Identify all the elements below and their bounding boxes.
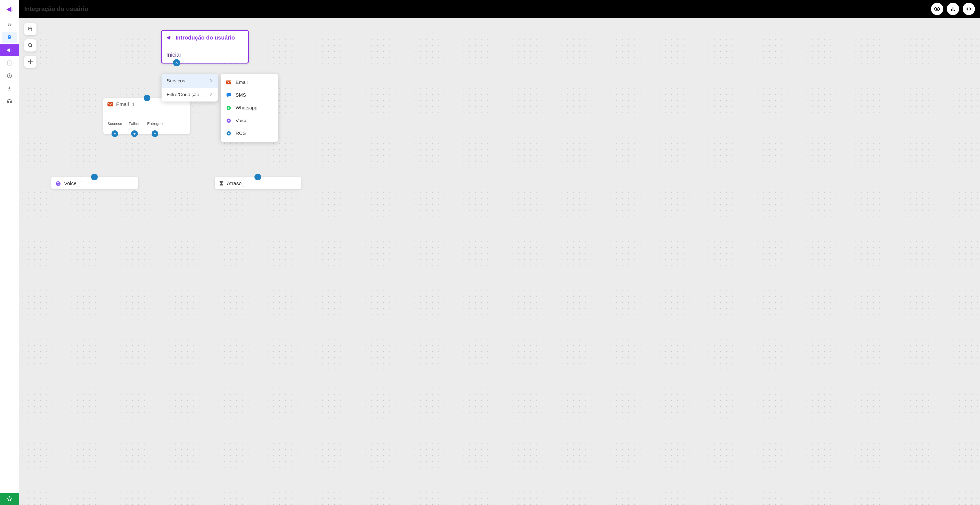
header: Integração do usuário <box>19 0 980 18</box>
submenu-item-voice[interactable]: Voice <box>221 114 278 127</box>
voice-icon <box>226 118 231 123</box>
add-branch-button[interactable] <box>151 130 158 137</box>
sidebar-item-alert[interactable] <box>2 70 17 82</box>
bar-chart-icon <box>950 6 956 12</box>
submenu-item-label: Email <box>235 79 248 85</box>
email-node-title: Email_1 <box>116 102 135 107</box>
email-node[interactable]: Email_1 Sucesso Falhou <box>103 98 190 134</box>
email-icon <box>107 102 113 107</box>
plus-icon <box>133 132 136 135</box>
flow-canvas[interactable]: Introdução do usuário Iniciar Email_1 Su… <box>19 18 980 505</box>
voice-node[interactable]: Voice_1 <box>51 177 138 189</box>
fit-button[interactable] <box>24 56 37 68</box>
plus-icon <box>113 132 116 135</box>
plus-icon <box>153 132 156 135</box>
svg-point-13 <box>228 120 230 122</box>
zoom-out-button[interactable] <box>24 39 37 51</box>
sidebar <box>0 0 19 505</box>
svg-point-11 <box>227 106 231 110</box>
intro-node-close-button[interactable] <box>173 59 180 66</box>
voice-node-title: Voice_1 <box>64 181 82 186</box>
zoom-in-button[interactable] <box>24 23 37 35</box>
node-inlet-port[interactable] <box>144 95 150 101</box>
zoom-in-icon <box>27 26 33 32</box>
chevron-right-icon <box>210 92 213 97</box>
outcome-failed: Falhou <box>129 121 141 134</box>
chevron-double-right-icon <box>6 22 12 27</box>
svg-rect-15 <box>228 133 230 134</box>
email-node-outcomes: Sucesso Falhou Entregue <box>103 111 190 134</box>
menu-item-services[interactable]: Serviços <box>162 74 218 88</box>
document-icon <box>6 60 12 66</box>
submenu-item-rcs[interactable]: RCS <box>221 127 278 140</box>
page-title: Integração do usuário <box>24 5 88 13</box>
rcs-icon <box>226 131 231 136</box>
sidebar-item-launch[interactable] <box>2 32 17 43</box>
submenu-item-label: Voice <box>235 118 247 124</box>
svg-point-3 <box>936 8 938 10</box>
add-branch-button[interactable] <box>131 130 138 137</box>
sidebar-star-button[interactable] <box>0 493 19 505</box>
email-icon <box>226 80 231 84</box>
services-submenu: Email SMS Whatsapp <box>221 74 278 142</box>
svg-point-2 <box>9 76 10 77</box>
megaphone-icon <box>6 47 13 53</box>
sidebar-item-campaign[interactable] <box>0 44 19 56</box>
rocket-icon <box>6 35 13 41</box>
sidebar-item-doc[interactable] <box>2 57 17 69</box>
chevron-right-icon <box>210 78 213 84</box>
submenu-item-sms[interactable]: SMS <box>221 89 278 102</box>
node-type-menu: Serviços Filtro/Condição <box>162 74 218 102</box>
whatsapp-icon <box>226 105 231 110</box>
alert-icon <box>6 73 12 79</box>
app-root: Integração do usuário <box>0 0 980 505</box>
zoom-controls <box>24 23 37 68</box>
preview-button[interactable] <box>931 3 943 15</box>
outcome-label: Entregue <box>147 121 162 126</box>
submenu-item-whatsapp[interactable]: Whatsapp <box>221 102 278 114</box>
analytics-button[interactable] <box>947 3 959 15</box>
move-icon <box>27 59 33 65</box>
main-area: Integração do usuário <box>19 0 980 505</box>
intro-node[interactable]: Introdução do usuário Iniciar <box>161 30 249 64</box>
app-logo <box>5 5 14 14</box>
code-button[interactable] <box>963 3 975 15</box>
menu-item-filter[interactable]: Filtro/Condição <box>162 88 218 102</box>
outcome-label: Falhou <box>129 121 141 126</box>
zoom-out-icon <box>27 43 33 48</box>
intro-node-header: Introdução do usuário <box>162 31 248 45</box>
submenu-item-email[interactable]: Email <box>221 76 278 89</box>
outcome-success: Sucesso <box>107 121 122 134</box>
close-icon <box>175 61 178 64</box>
menu-item-label: Filtro/Condição <box>167 92 199 97</box>
voice-icon <box>56 181 61 186</box>
code-icon <box>966 6 972 12</box>
sms-icon <box>226 92 231 98</box>
submenu-item-label: Whatsapp <box>235 105 258 111</box>
delay-node[interactable]: Atraso_1 <box>215 177 301 189</box>
sidebar-expand-button[interactable] <box>2 19 17 30</box>
megaphone-icon <box>166 35 172 41</box>
intro-node-title: Introdução do usuário <box>176 35 235 41</box>
hourglass-icon <box>219 181 224 186</box>
sidebar-item-support[interactable] <box>2 95 17 107</box>
outcome-delivered: Entregue <box>147 121 162 134</box>
headset-icon <box>6 98 13 104</box>
submenu-item-label: SMS <box>235 92 246 98</box>
download-icon <box>6 86 12 91</box>
menu-item-label: Serviços <box>167 78 185 84</box>
submenu-item-label: RCS <box>235 130 246 136</box>
delay-node-title: Atraso_1 <box>227 181 247 186</box>
add-branch-button[interactable] <box>111 130 118 137</box>
node-inlet-port[interactable] <box>255 174 261 180</box>
svg-rect-10 <box>227 93 231 97</box>
star-icon <box>6 496 13 502</box>
node-inlet-port[interactable] <box>91 174 98 180</box>
sidebar-item-download[interactable] <box>2 83 17 94</box>
eye-icon <box>934 6 940 12</box>
svg-point-8 <box>56 181 60 186</box>
outcome-label: Sucesso <box>107 121 122 126</box>
